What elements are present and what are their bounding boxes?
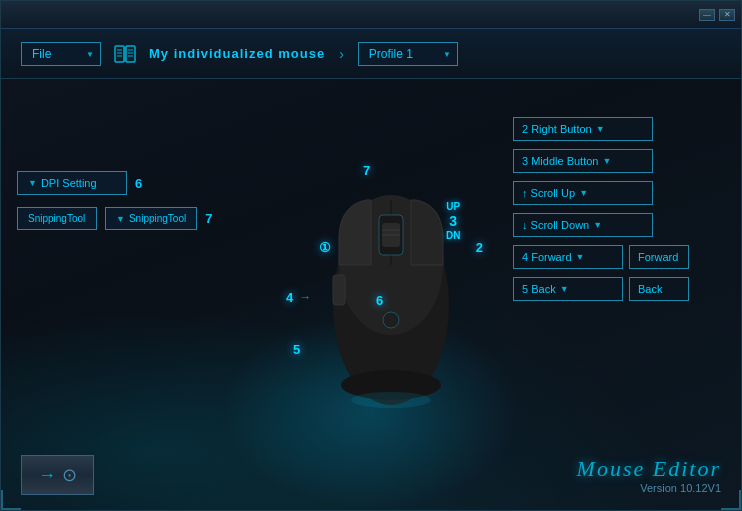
mapping-label-3: ↓ Scroll Down (522, 219, 589, 231)
svg-rect-1 (126, 46, 135, 62)
title-bar: — ✕ (1, 1, 741, 29)
snipping-label: SnippingTool (129, 213, 186, 224)
dpi-number: 6 (135, 176, 142, 191)
brand-area: Mouse Editor Version 10.12V1 (577, 456, 721, 494)
book-icon (111, 43, 139, 65)
mapping-value-4: Forward (629, 245, 689, 269)
mapping-arrow-5: ▼ (560, 284, 569, 294)
mapping-arrow-0: ▼ (596, 124, 605, 134)
brand-version: Version 10.12V1 (577, 482, 721, 494)
mapping-row-5: 5 Back ▼ Back (513, 277, 729, 301)
snipping-number: 7 (205, 211, 212, 226)
snipping-btn2[interactable]: ▼ SnippingTool (105, 207, 197, 230)
app-window: — ✕ File My individualized mouse › Profi… (0, 0, 742, 511)
nav-logo-icon: ⊙ (62, 464, 77, 486)
dpi-setting-row: ▼ DPI Setting 6 (17, 171, 265, 195)
mapping-arrow-1: ▼ (602, 156, 611, 166)
mouse-label-4: 4 (286, 290, 293, 305)
mouse-label-5: 5 (293, 342, 300, 357)
mapping-btn-5[interactable]: 5 Back ▼ (513, 277, 623, 301)
arrow4-icon: → (299, 290, 311, 304)
mapping-arrow-3: ▼ (593, 220, 602, 230)
dpi-arrow-icon: ▼ (28, 178, 37, 188)
mapping-label-4: 4 Forward (522, 251, 572, 263)
mouse-label-6: 6 (376, 293, 383, 308)
mapping-label-5: 5 Back (522, 283, 556, 295)
mapping-arrow-4: ▼ (576, 252, 585, 262)
mouse-label-1: ① (319, 240, 331, 255)
svg-rect-0 (115, 46, 124, 62)
profile-section-label: My individualized mouse (149, 46, 325, 61)
mapping-row-0: 2 Right Button ▼ (513, 117, 729, 141)
mapping-value-5: Back (629, 277, 689, 301)
header: File My individualized mouse › Profile 1 (1, 29, 741, 79)
mapping-btn-4[interactable]: 4 Forward ▼ (513, 245, 623, 269)
snipping-btn1[interactable]: SnippingTool (17, 207, 97, 230)
mapping-label-1: 3 Middle Button (522, 155, 598, 167)
mapping-label-2: ↑ Scroll Up (522, 187, 575, 199)
mouse-label-2: 2 (476, 240, 483, 255)
label5-area: 5 (293, 340, 300, 358)
snipping-row: SnippingTool ▼ SnippingTool 7 (17, 207, 265, 230)
scroll-up-label: UP (446, 200, 460, 213)
mapping-btn-0[interactable]: 2 Right Button ▼ (513, 117, 653, 141)
mapping-label-0: 2 Right Button (522, 123, 592, 135)
nav-arrow-icon: → (38, 465, 56, 486)
scroll-labels: UP 3 DN (446, 200, 460, 242)
minimize-button[interactable]: — (699, 9, 715, 21)
mapping-btn-1[interactable]: 3 Middle Button ▼ (513, 149, 653, 173)
dpi-button[interactable]: ▼ DPI Setting (17, 171, 127, 195)
brand-title: Mouse Editor (577, 456, 721, 482)
mapping-row-4: 4 Forward ▼ Forward (513, 245, 729, 269)
mouse-label-7: 7 (363, 163, 370, 178)
profile-dropdown[interactable]: Profile 1 (358, 42, 458, 66)
mapping-row-1: 3 Middle Button ▼ (513, 149, 729, 173)
snipping-arrow-icon: ▼ (116, 214, 125, 224)
svg-point-17 (383, 312, 399, 328)
mapping-btn-2[interactable]: ↑ Scroll Up ▼ (513, 181, 653, 205)
svg-point-19 (351, 392, 431, 408)
scroll-down-label: DN (446, 229, 460, 242)
mouse-container: ① 2 6 7 UP 3 DN 4 → 5 (291, 145, 491, 445)
file-dropdown[interactable]: File (21, 42, 101, 66)
mapping-row-3: ↓ Scroll Down ▼ (513, 213, 729, 237)
header-arrow: › (339, 46, 344, 62)
mouse-svg (291, 145, 491, 435)
bottom-bar: → ⊙ Mouse Editor Version 10.12V1 (1, 440, 741, 510)
scroll-number: 3 (449, 213, 457, 229)
mapping-row-2: ↑ Scroll Up ▼ (513, 181, 729, 205)
nav-button[interactable]: → ⊙ (21, 455, 94, 495)
close-button[interactable]: ✕ (719, 9, 735, 21)
mapping-arrow-2: ▼ (579, 188, 588, 198)
dpi-label: DPI Setting (41, 177, 97, 189)
mapping-btn-3[interactable]: ↓ Scroll Down ▼ (513, 213, 653, 237)
label4-area: 4 → (286, 290, 311, 305)
svg-rect-16 (333, 275, 345, 305)
